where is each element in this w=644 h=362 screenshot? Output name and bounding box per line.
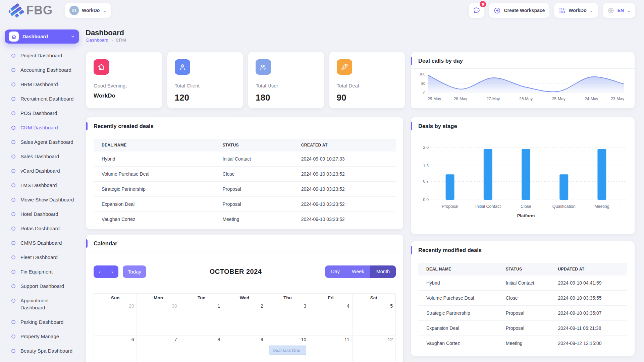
sidebar-item-rotas-dashboard[interactable]: Rotas Dashboard: [0, 221, 84, 236]
bullet-circle-icon: [11, 126, 15, 130]
calendar-month-title: OCTOBER 2024: [146, 268, 325, 276]
sidebar-item-parking-dashboard[interactable]: Parking Dashboard: [0, 315, 84, 329]
calendar-today-button[interactable]: Today: [123, 265, 146, 278]
sidebar-item-project-dashboard[interactable]: Project Dashboard: [0, 48, 84, 63]
sidebar-item-recruitment-dashboard[interactable]: Recruitment Dashboard: [0, 92, 84, 106]
sidebar-item-label: Beauty Spa Dashboard: [20, 347, 77, 354]
bullet-circle-icon: [11, 198, 15, 202]
table-cell: 2024-09-10 03:35:07: [550, 306, 627, 321]
calendar-day-cell[interactable]: 6: [94, 336, 137, 362]
calendar-view-day[interactable]: Day: [325, 265, 346, 278]
svg-text:29-May: 29-May: [428, 97, 441, 101]
sidebar-item-hrm-dashboard[interactable]: HRM Dashboard: [0, 77, 84, 92]
brand-logo: FBG: [9, 3, 53, 18]
stat-card: Total Client 120: [167, 52, 243, 108]
sidebar-item-label: Sales Dashboard: [20, 153, 77, 160]
calendar-day-cell[interactable]: 8: [180, 336, 223, 362]
svg-text:Meeting: Meeting: [594, 204, 609, 209]
table-row: Expansion DealProposal2024-09-11 06:21:3…: [418, 321, 627, 336]
calendar-view-month[interactable]: Month: [370, 265, 396, 278]
day-number: 10: [269, 337, 306, 342]
sidebar-item-vcard-dashboard[interactable]: vCard Dashboard: [0, 164, 84, 178]
day-number: 6: [97, 337, 134, 342]
language-label: EN: [618, 8, 624, 13]
table-cell: Expansion Deal: [94, 197, 214, 212]
day-number: 5: [355, 303, 393, 309]
sidebar-dashboard-label: Dashboard: [22, 34, 67, 39]
calendar-day-cell[interactable]: 10Deal task One: [266, 336, 309, 362]
table-header-row: DEAL NAMESTATUSUPDATED AT: [418, 263, 627, 276]
calendar-day-cell[interactable]: 2: [223, 302, 266, 336]
calendar-day-cell[interactable]: 7: [137, 336, 180, 362]
sidebar-item-accounting-dashboard[interactable]: Accounting Dashboard: [0, 63, 84, 77]
sidebar-item-appointment-dashboard[interactable]: Appointment Dashboard: [0, 293, 84, 315]
table-cell: Close: [214, 167, 293, 182]
sidebar-item-label: Project Dashboard: [20, 52, 77, 59]
workspace-switcher-label: WorkDo: [82, 8, 100, 13]
sidebar-item-movie-show-dashboard[interactable]: Movie Show Dashboard: [0, 192, 84, 207]
workspace-switcher[interactable]: WorkDo ⌄: [65, 3, 111, 18]
page-title: Dashboard: [86, 28, 124, 37]
calendar-view-week[interactable]: Week: [346, 265, 370, 278]
calendar-day-cell[interactable]: 29: [94, 302, 137, 336]
create-workspace-button[interactable]: Create Workspace: [489, 3, 549, 18]
table-row: Volume Purchase DealClose2024-09-10 03:3…: [418, 291, 627, 306]
sidebar-item-facilities-dashboard[interactable]: Facilities Dashboard: [0, 358, 84, 362]
calendar-day-cell[interactable]: 1: [180, 302, 223, 336]
calendar-day-cell[interactable]: 30: [137, 302, 180, 336]
breadcrumb: Dashboard › CRM: [86, 38, 126, 43]
svg-text:Close: Close: [521, 204, 531, 209]
sidebar-dashboard-toggle[interactable]: Dashboard: [5, 29, 79, 44]
calendar-next-button[interactable]: ›: [106, 265, 118, 278]
calendar-day-cell[interactable]: 4: [309, 302, 352, 336]
sidebar-item-label: CMMS Dashboard: [20, 239, 77, 246]
svg-text:50: 50: [421, 81, 425, 85]
breadcrumb-separator: ›: [111, 38, 113, 43]
calendar-day-cell[interactable]: 11: [309, 336, 352, 362]
bullet-circle-icon: [11, 82, 15, 86]
table-cell: Proposal: [498, 306, 550, 321]
bullet-circle-icon: [11, 299, 15, 303]
sidebar-item-sales-dashboard[interactable]: Sales Dashboard: [0, 149, 84, 164]
calendar-nav: ‹ ›: [94, 265, 118, 278]
sidebar-item-lms-dashboard[interactable]: LMS Dashboard: [0, 178, 84, 192]
calendar-day-cell[interactable]: 5: [353, 302, 395, 336]
day-number: 4: [312, 303, 349, 309]
sidebar-item-crm-dashboard[interactable]: CRM Dashboard: [0, 120, 84, 135]
language-menu[interactable]: EN ⌄: [603, 3, 635, 18]
sidebar-item-hotel-dashboard[interactable]: Hotel Dashboard: [0, 207, 84, 221]
messages-button[interactable]: 0: [469, 3, 484, 18]
calendar-card: Calendar ‹ › Today OCTOBER 2024 DayWeekM…: [86, 235, 403, 362]
sidebar-item-property-manage[interactable]: Property Manage: [0, 329, 84, 344]
calendar-view-switcher: DayWeekMonth: [325, 265, 396, 278]
breadcrumb-link-dashboard[interactable]: Dashboard: [86, 38, 108, 43]
calendar-day-cell[interactable]: 9: [223, 336, 266, 362]
sidebar-item-cmms-dashboard[interactable]: CMMS Dashboard: [0, 236, 84, 250]
table-row: Vaughan CortezMeeting2024-09-12 12:15:00: [418, 336, 627, 351]
recently-modified-card: Recently modified deals DEAL NAMESTATUSU…: [411, 241, 635, 356]
svg-text:Initial Contact: Initial Contact: [475, 204, 501, 209]
table-row: HybridInitial Contact2024-09-09 10:27:33: [94, 152, 396, 167]
sidebar-item-label: vCard Dashboard: [20, 167, 77, 174]
recently-modified-title: Recently modified deals: [411, 241, 635, 258]
bullet-circle-icon: [11, 241, 15, 245]
sidebar-item-support-dashboard[interactable]: Support Dashboard: [0, 279, 84, 293]
table-cell: 2024-09-11 06:21:38: [550, 321, 627, 336]
sidebar-item-label: Sales Agent Dashboard: [20, 138, 77, 145]
table-cell: Initial Contact: [498, 276, 550, 291]
sidebar-item-sales-agent-dashboard[interactable]: Sales Agent Dashboard: [0, 135, 84, 149]
table-cell: Strategic Partnership: [418, 306, 498, 321]
account-menu[interactable]: WorkDo ⌄: [554, 3, 598, 18]
account-menu-label: WorkDo: [569, 8, 586, 13]
table-row: HybridInitial Contact2024-09-10 04:41:59: [418, 276, 627, 291]
calendar-event[interactable]: Deal task One: [269, 346, 306, 355]
bullet-circle-icon: [11, 169, 15, 173]
calendar-day-cell[interactable]: 3: [266, 302, 309, 336]
sidebar-item-fleet-dashboard[interactable]: Fleet Dashboard: [0, 250, 84, 264]
table-cell: 2024-09-10 03:23:52: [293, 182, 396, 197]
calendar-prev-button[interactable]: ‹: [94, 265, 106, 278]
sidebar-item-beauty-spa-dashboard[interactable]: Beauty Spa Dashboard: [0, 344, 84, 358]
sidebar-item-fix-equipment[interactable]: Fix Equipment: [0, 264, 84, 279]
calendar-day-cell[interactable]: 12: [353, 336, 395, 362]
sidebar-item-pos-dashboard[interactable]: POS Dashboard: [0, 106, 84, 120]
